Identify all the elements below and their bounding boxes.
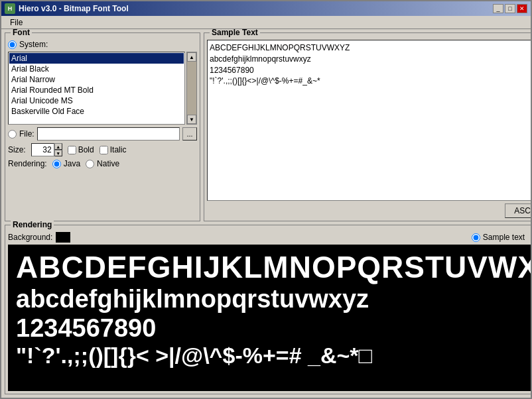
font-group-label: Font bbox=[11, 29, 32, 37]
ascii-button[interactable]: ASCII bbox=[505, 203, 531, 218]
file-input[interactable] bbox=[37, 127, 180, 141]
preview-line-4: "!`?'.,;;()[]{}< >|/@\^$-%+=# _&~*□ bbox=[16, 343, 531, 369]
sample-textarea[interactable]: ABCDEFGHIJKLMNOPQRSTUVWXYZ abcdefghijklm… bbox=[207, 40, 531, 201]
java-label: Java bbox=[64, 159, 80, 168]
list-item[interactable]: Arial Unicode MS bbox=[9, 95, 184, 106]
list-item[interactable]: Arial Rounded MT Bold bbox=[9, 85, 184, 95]
scroll-down-arrow[interactable]: ▼ bbox=[187, 115, 196, 124]
size-input[interactable] bbox=[31, 143, 54, 156]
rendering-options-row: Rendering: Java Native bbox=[8, 159, 197, 168]
java-radio-label[interactable]: Java bbox=[52, 159, 80, 168]
preview-line-1: ABCDEFGHIJKLMNOPQRSTUVWXYZ bbox=[16, 250, 531, 285]
size-input-group: ▲ ▼ bbox=[31, 143, 62, 156]
sample-text-radio-label[interactable]: Sample text bbox=[472, 233, 525, 242]
rendering-group-label: Rendering bbox=[11, 220, 54, 229]
bg-row: Background: Sample text Glyph cache bbox=[8, 232, 531, 243]
sample-text-option: Sample text bbox=[483, 233, 525, 242]
maximize-button[interactable]: □ bbox=[505, 4, 515, 13]
system-label[interactable]: System: bbox=[19, 40, 48, 49]
sample-text-label: Sample Text bbox=[210, 29, 260, 37]
file-label[interactable]: File: bbox=[19, 129, 34, 139]
italic-label: Italic bbox=[110, 145, 127, 154]
rendering-panel: Rendering Background: Sample text bbox=[5, 225, 531, 394]
size-down-button[interactable]: ▼ bbox=[54, 150, 62, 156]
file-row: File: ... bbox=[8, 127, 197, 141]
menubar: File bbox=[1, 16, 531, 29]
titlebar-buttons: _ □ ✕ bbox=[493, 4, 527, 13]
bold-label: Bold bbox=[78, 145, 94, 154]
rendering-group: Rendering Background: Sample text bbox=[5, 225, 531, 394]
left-panel: Font System: Arial Arial Black bbox=[1, 29, 531, 398]
file-radio[interactable] bbox=[8, 130, 17, 139]
font-list-area: Arial Arial Black Arial Narrow Arial Rou… bbox=[8, 52, 197, 125]
menu-file[interactable]: File bbox=[5, 17, 28, 28]
size-spinner: ▲ ▼ bbox=[54, 143, 62, 156]
app-icon: H bbox=[5, 3, 15, 14]
rendering-inner: Background: Sample text Glyph cache bbox=[8, 232, 531, 391]
list-item[interactable]: Baskerville Old Face bbox=[9, 106, 184, 117]
list-item[interactable]: Arial bbox=[9, 53, 184, 64]
bold-checkbox[interactable] bbox=[68, 146, 76, 154]
preview-line-3: 1234567890 bbox=[16, 314, 531, 343]
sample-text-radio[interactable] bbox=[472, 233, 480, 242]
scroll-up-arrow[interactable]: ▲ bbox=[187, 52, 196, 62]
preview-line-2: abcdefghijklmnopqrstuvwxyz bbox=[16, 285, 531, 314]
font-inner: System: Arial Arial Black Arial Narrow A… bbox=[8, 40, 197, 218]
italic-checkbox[interactable] bbox=[100, 146, 108, 154]
font-list-scrollbar[interactable]: ▲ ▼ bbox=[186, 52, 197, 125]
sample-panel: Sample Text ABCDEFGHIJKLMNOPQRSTUVWXYZ a… bbox=[204, 32, 531, 221]
native-label: Native bbox=[97, 159, 119, 168]
scroll-track bbox=[187, 62, 196, 115]
bold-checkbox-label[interactable]: Bold bbox=[68, 145, 94, 154]
font-panel: Font System: Arial Arial Black bbox=[5, 32, 200, 221]
size-row: Size: ▲ ▼ Bold bbox=[8, 143, 197, 156]
minimize-button[interactable]: _ bbox=[493, 4, 503, 13]
titlebar: H Hiero v3.0 - Bitmap Font Tool _ □ ✕ bbox=[1, 1, 531, 16]
sample-text-group: Sample Text ABCDEFGHIJKLMNOPQRSTUVWXYZ a… bbox=[204, 32, 531, 221]
native-radio[interactable] bbox=[86, 160, 94, 168]
system-radio-row: System: bbox=[8, 40, 197, 49]
main-content: Font System: Arial Arial Black bbox=[1, 29, 531, 398]
native-radio-label[interactable]: Native bbox=[86, 159, 119, 168]
rendering-label: Rendering: bbox=[8, 159, 47, 168]
list-item[interactable]: Arial Narrow bbox=[9, 74, 184, 85]
size-label: Size: bbox=[8, 145, 26, 154]
list-item[interactable]: Arial Black bbox=[9, 64, 184, 74]
background-color-swatch[interactable] bbox=[56, 232, 70, 243]
browse-button[interactable]: ... bbox=[182, 127, 197, 141]
system-radio[interactable] bbox=[8, 40, 17, 49]
sample-buttons: ASCII NEHE bbox=[207, 203, 531, 218]
window-title: Hiero v3.0 - Bitmap Font Tool bbox=[19, 4, 129, 13]
preview-radio-options: Sample text Glyph cache bbox=[472, 233, 531, 242]
preview-canvas: ABCDEFGHIJKLMNOPQRSTUVWXYZ abcdefghijklm… bbox=[8, 245, 531, 391]
italic-checkbox-label[interactable]: Italic bbox=[100, 145, 127, 154]
font-group: Font System: Arial Arial Black bbox=[5, 32, 200, 221]
java-radio[interactable] bbox=[52, 160, 61, 168]
main-window: H Hiero v3.0 - Bitmap Font Tool _ □ ✕ Fi… bbox=[0, 0, 532, 399]
close-button[interactable]: ✕ bbox=[517, 4, 527, 13]
size-up-button[interactable]: ▲ bbox=[54, 143, 62, 150]
titlebar-left: H Hiero v3.0 - Bitmap Font Tool bbox=[5, 3, 129, 14]
font-listbox[interactable]: Arial Arial Black Arial Narrow Arial Rou… bbox=[8, 52, 185, 125]
top-row: Font System: Arial Arial Black bbox=[5, 32, 531, 221]
background-label: Background: bbox=[8, 233, 52, 242]
